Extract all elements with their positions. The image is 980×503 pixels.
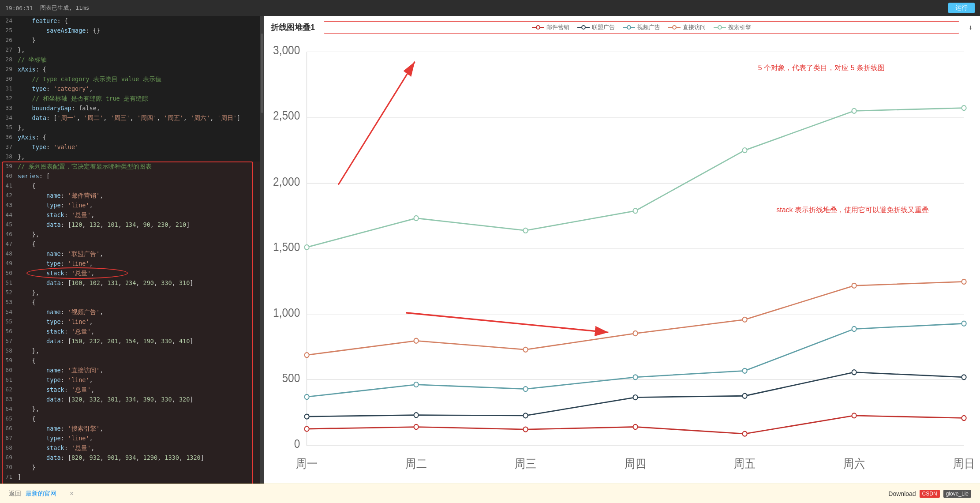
line-number: 32	[0, 94, 16, 103]
code-line: 66 name: '搜索引擎',	[0, 424, 260, 433]
svg-text:周二: 周二	[405, 457, 427, 470]
code-line: 58 },	[0, 346, 260, 356]
line-number: 29	[0, 64, 16, 74]
line-content: saveAsImage: {}	[16, 26, 260, 35]
line-number: 45	[0, 220, 16, 229]
line-number: 35	[0, 123, 16, 132]
code-line: 48 name: '联盟广告',	[0, 249, 260, 259]
svg-point-63	[633, 208, 638, 213]
code-line: 64 },	[0, 404, 260, 414]
line-content: data: [320, 332, 301, 334, 390, 330, 320…	[16, 394, 260, 404]
code-line: 38},	[0, 152, 260, 161]
chart-panel: 折线图堆叠1 邮件营销联盟广告视频广告直接访问搜索引擎 ⬇ text.axis-…	[264, 16, 980, 484]
code-line: 72};	[0, 482, 260, 484]
line-content: data: [820, 932, 901, 934, 1290, 1330, 1…	[16, 453, 260, 462]
line-number: 47	[0, 239, 16, 249]
line-number: 70	[0, 462, 16, 472]
legend-label: 直接访问	[683, 23, 706, 31]
svg-text:1,500: 1,500	[273, 240, 300, 253]
svg-text:2,000: 2,000	[273, 175, 300, 188]
back-text: 返回	[9, 490, 21, 498]
svg-point-36	[742, 432, 747, 436]
download-area: Download CSDN glove_Lie	[888, 490, 971, 498]
svg-point-42	[633, 395, 638, 400]
line-number: 71	[0, 472, 16, 482]
line-content: // 坐标轴	[16, 55, 260, 64]
line-content: data: [100, 102, 131, 234, 290, 330, 310…	[16, 278, 260, 288]
line-content: },	[16, 404, 260, 414]
legend-label: 视频广告	[637, 23, 660, 31]
line-content: };	[16, 482, 260, 484]
svg-point-40	[414, 413, 419, 417]
code-line: 50 stack: '总量',	[0, 268, 260, 278]
legend-item[interactable]: 邮件营销	[532, 23, 569, 31]
svg-point-47	[414, 382, 419, 387]
code-line: 25 saveAsImage: {}	[0, 26, 260, 35]
line-content: // 和坐标轴 是否有缝隙 true 是有缝隙	[16, 94, 260, 103]
line-content: stack: '总量',	[16, 443, 260, 453]
line-content: type: 'line',	[16, 375, 260, 385]
download-icon[interactable]: ⬇	[968, 23, 973, 32]
svg-point-49	[633, 375, 638, 379]
legend-item[interactable]: 直接访问	[668, 23, 706, 31]
code-line: 51 data: [100, 102, 131, 234, 290, 330, …	[0, 278, 260, 288]
status-display: 图表已生成, 11ms	[40, 4, 90, 12]
line-content: {	[16, 414, 260, 424]
svg-text:周一: 周一	[296, 457, 318, 470]
run-button[interactable]: 运行	[948, 3, 975, 13]
legend-label: 搜索引擎	[728, 23, 751, 31]
time-display: 19:06:31	[5, 5, 33, 11]
line-number: 42	[0, 191, 16, 200]
svg-point-64	[742, 148, 747, 153]
official-site-link[interactable]: 最新的官网	[26, 490, 56, 498]
close-notification-button[interactable]: ×	[70, 490, 74, 498]
legend-box: 邮件营销联盟广告视频广告直接访问搜索引擎	[324, 21, 959, 34]
svg-text:周日: 周日	[953, 457, 973, 470]
line-content: name: '视频广告',	[16, 307, 260, 317]
code-line: 67 type: 'line',	[0, 433, 260, 443]
code-line: 55 type: 'line',	[0, 317, 260, 327]
code-line: 36yAxis: {	[0, 132, 260, 142]
code-line: 45 data: [120, 132, 101, 134, 90, 230, 2…	[0, 220, 260, 229]
line-number: 60	[0, 365, 16, 375]
code-lines: 24 feature: {25 saveAsImage: {}26 }27},2…	[0, 16, 260, 484]
line-number: 50	[0, 268, 16, 278]
code-line: 47 {	[0, 239, 260, 249]
line-content: ]	[16, 472, 260, 482]
legend-item[interactable]: 搜索引擎	[714, 23, 751, 31]
legend-item[interactable]: 联盟广告	[577, 23, 615, 31]
code-line: 41 {	[0, 181, 260, 191]
line-content: },	[16, 229, 260, 239]
svg-point-1	[536, 26, 540, 29]
line-content: data: ['周一', '周二', '周三', '周四', '周五', '周六…	[16, 113, 260, 123]
svg-point-44	[852, 370, 856, 375]
svg-point-9	[718, 26, 722, 29]
line-content: },	[16, 346, 260, 356]
line-content: },	[16, 152, 260, 161]
code-line: 40series: [	[0, 171, 260, 181]
line-number: 67	[0, 433, 16, 443]
line-content: {	[16, 356, 260, 365]
line-content: // type category 表示类目 value 表示值	[16, 74, 260, 84]
download-label[interactable]: Download	[888, 490, 916, 497]
scrollbar-thumb[interactable]	[261, 34, 263, 113]
line-content: name: '搜索引擎',	[16, 424, 260, 433]
code-line: 53 {	[0, 297, 260, 307]
svg-point-46	[305, 394, 309, 399]
code-line: 37 type: 'value'	[0, 142, 260, 152]
line-content: type: 'line',	[16, 433, 260, 443]
code-line: 32 // 和坐标轴 是否有缝隙 true 是有缝隙	[0, 94, 260, 103]
legend-item[interactable]: 视频广告	[623, 23, 660, 31]
line-number: 66	[0, 424, 16, 433]
svg-point-62	[524, 228, 528, 233]
svg-text:1,000: 1,000	[273, 306, 300, 319]
scrollbar[interactable]	[260, 16, 264, 484]
svg-point-58	[852, 283, 856, 288]
line-number: 72	[0, 482, 16, 484]
chart-area: text.axis-label { font-family: 'Microsof…	[271, 37, 973, 480]
code-line: 52 },	[0, 288, 260, 297]
legend-label: 联盟广告	[592, 23, 615, 31]
code-line: 62 stack: '总量',	[0, 385, 260, 394]
svg-point-5	[627, 26, 631, 29]
bottom-bar: 返回 最新的官网 × Download CSDN glove_Lie	[0, 484, 980, 503]
